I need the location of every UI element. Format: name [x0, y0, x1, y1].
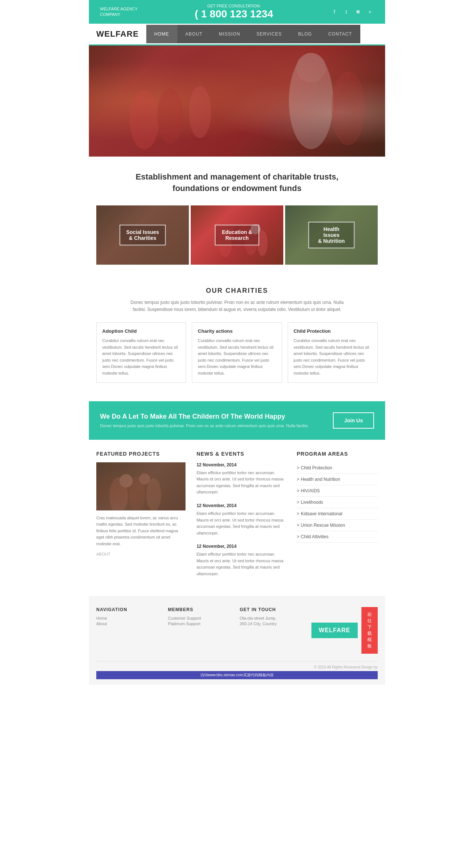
hero-svg	[89, 46, 385, 157]
nav-item-mission[interactable]: MISSION	[211, 25, 248, 43]
program-item-4[interactable]: Kidsave International	[297, 508, 378, 520]
footer-contact-col: GET IN TOUCH Ola-ola street Jump, 260-14…	[240, 607, 304, 654]
globe-icon[interactable]: ❋	[354, 8, 362, 16]
svg-point-1	[157, 88, 183, 144]
news-date-2: 12 November, 2014	[197, 544, 286, 549]
top-bar: WELFARE AGENCY COMPANY GET FREE CONSULTA…	[89, 0, 385, 24]
news-text-2: Etiam efficitur porttitor tortor nec acc…	[197, 551, 286, 577]
footer-member-support[interactable]: Customer Support	[168, 616, 233, 620]
footer-contact-heading: GET IN TOUCH	[240, 607, 304, 612]
footer-copyright: © 2015 All Rights Resevend Design by	[96, 661, 378, 669]
svg-point-14	[146, 478, 161, 510]
nav-links: HOME ABOUT MISSION SERVICES BLOG CONTACT	[146, 25, 360, 43]
charity-text-0: Curabitur convallis rutrum erat nec vest…	[102, 338, 180, 377]
footer-nav-home[interactable]: Home	[96, 616, 161, 620]
news-date-0: 12 November, 2014	[197, 462, 286, 467]
program-item-5[interactable]: Union Rescue Mission	[297, 520, 378, 531]
footer-top: NAVIGATION Home About MEMBERS Customer S…	[96, 607, 378, 654]
footer-city: 260-14 City, Country	[240, 621, 304, 626]
footer-address: Ola-ola street Jump,	[240, 616, 304, 620]
join-us-button[interactable]: Join Us	[333, 412, 374, 429]
charity-text-1: Curabitur convallis rutrum erat nec vest…	[198, 338, 276, 377]
charity-text-2: Curabitur convallis rutrum erat nec vest…	[294, 338, 372, 377]
news-text-0: Etiam efficitur porttitor tortor nec acc…	[197, 470, 286, 496]
footer-member-platinum[interactable]: Platimum Support	[168, 621, 233, 626]
footer-members-heading: MEMBERS	[168, 607, 233, 612]
feature-card-education[interactable]: Education & Research	[191, 205, 283, 265]
program-item-6[interactable]: Child Attivities	[297, 531, 378, 543]
program-heading: PROGRAM AREAS	[297, 451, 378, 457]
news-events-col: NEWS & EVENTS 12 November, 2014 Etiam ef…	[197, 451, 286, 585]
charities-section: OUR CHARITIES Donec tempus justo quis ju…	[89, 276, 385, 394]
social-card-label: Social Issues & Charities	[120, 225, 166, 245]
news-heading: NEWS & EVENTS	[197, 451, 286, 457]
watermark: 访问www.bbs.xieniao.com买源代码/模板内容	[96, 671, 378, 679]
feature-card-social[interactable]: Social Issues & Charities	[96, 205, 189, 265]
footer: NAVIGATION Home About MEMBERS Customer S…	[89, 596, 385, 685]
program-item-3[interactable]: Livelihoods	[297, 497, 378, 508]
program-item-2[interactable]: HIV/AIDS	[297, 485, 378, 497]
googleplus-icon[interactable]: +	[366, 8, 374, 16]
footer-members-col: MEMBERS Customer Support Platimum Suppor…	[168, 607, 233, 654]
news-text-1: Etiam efficitur porttitor tortor nec acc…	[197, 510, 286, 536]
footer-nav-col: NAVIGATION Home About	[96, 607, 161, 654]
featured-projects-col: FEATURED PROJECTS Cras malesuada aliquet…	[96, 451, 186, 585]
nav-item-services[interactable]: SERVICES	[248, 25, 290, 43]
charity-card-protection: Child Protection Curabitur convallis rut…	[288, 322, 378, 383]
svg-point-15	[119, 474, 133, 487]
program-areas-col: PROGRAM AREAS Child Protection Health an…	[297, 451, 378, 585]
featured-caption: Cras malesuada aliquet lorem, ac varius …	[96, 515, 186, 547]
news-date-1: 12 November, 2014	[197, 503, 286, 508]
svg-point-2	[189, 86, 211, 138]
health-card-label: Health Issues & Nutrition	[308, 222, 355, 248]
news-item-0: 12 November, 2014 Etiam efficitur portti…	[197, 462, 286, 496]
charity-title-2: Child Protection	[294, 328, 372, 334]
phone-section: GET FREE CONSULTATION: ( 1 800 123 1234	[195, 4, 273, 20]
footer-welfare-button[interactable]: WELFARE	[311, 623, 358, 638]
charity-card-adoption: Adoption Child Curabitur convallis rutru…	[96, 322, 186, 383]
cta-banner: We Do A Let To Make All The Childern Of …	[89, 401, 385, 440]
news-item-2: 12 November, 2014 Etiam efficitur portti…	[197, 544, 286, 577]
featured-heading: FEATURED PROJECTS	[96, 451, 186, 457]
nav-item-contact[interactable]: CONTACT	[320, 25, 360, 43]
charities-description: Donec tempus justo quis justo lobortis p…	[126, 299, 348, 313]
footer-nav-about[interactable]: About	[96, 621, 161, 626]
news-item-1: 12 November, 2014 Etiam efficitur portti…	[197, 503, 286, 536]
featured-svg	[96, 462, 186, 510]
intro-section: Establishment and management of charitab…	[89, 157, 385, 205]
charity-title-1: Charity actions	[198, 328, 276, 334]
social-icons: f t ❋ +	[330, 8, 374, 16]
footer-download-button[interactable]: 前往下载模板	[361, 607, 378, 654]
nav-item-blog[interactable]: BLOG	[290, 25, 320, 43]
svg-point-16	[139, 473, 150, 485]
footer-nav-heading: NAVIGATION	[96, 607, 161, 612]
nav-item-about[interactable]: ABOUT	[177, 25, 211, 43]
intro-heading: Establishment and management of charitab…	[126, 171, 348, 194]
footer-brand-col: WELFARE 前往下载模板	[311, 607, 378, 654]
program-item-0[interactable]: Child Protection	[297, 462, 378, 474]
program-item-1[interactable]: Health and Nutrition	[297, 474, 378, 485]
charities-heading: OUR CHARITIES	[96, 287, 378, 295]
main-nav: WELFARE HOME ABOUT MISSION SERVICES BLOG…	[89, 24, 385, 46]
featured-image	[96, 462, 186, 510]
charity-title-0: Adoption Child	[102, 328, 180, 334]
feature-card-health[interactable]: Health Issues & Nutrition	[285, 205, 378, 265]
svg-point-5	[331, 71, 365, 145]
twitter-icon[interactable]: t	[342, 8, 350, 16]
feature-cards: Social Issues & Charities Education & Re…	[89, 205, 385, 276]
cta-text: We Do A Let To Make All The Childern Of …	[100, 413, 309, 428]
svg-point-4	[296, 53, 326, 83]
nav-logo[interactable]: WELFARE	[89, 24, 146, 44]
nav-item-home[interactable]: HOME	[146, 25, 177, 43]
featured-link[interactable]: About	[96, 552, 110, 556]
charity-card-actions: Charity actions Curabitur convallis rutr…	[192, 322, 282, 383]
cta-description: Donec tempus justo quis justo lobortis p…	[100, 423, 309, 428]
svg-point-0	[130, 90, 159, 149]
company-name: WELFARE AGENCY COMPANY	[100, 6, 137, 18]
facebook-icon[interactable]: f	[330, 8, 338, 16]
three-col-section: FEATURED PROJECTS Cras malesuada aliquet…	[89, 440, 385, 596]
education-card-label: Education & Research	[215, 225, 259, 245]
hero-image	[89, 46, 385, 157]
charity-cards: Adoption Child Curabitur convallis rutru…	[96, 322, 378, 383]
cta-heading: We Do A Let To Make All The Childern Of …	[100, 413, 309, 420]
